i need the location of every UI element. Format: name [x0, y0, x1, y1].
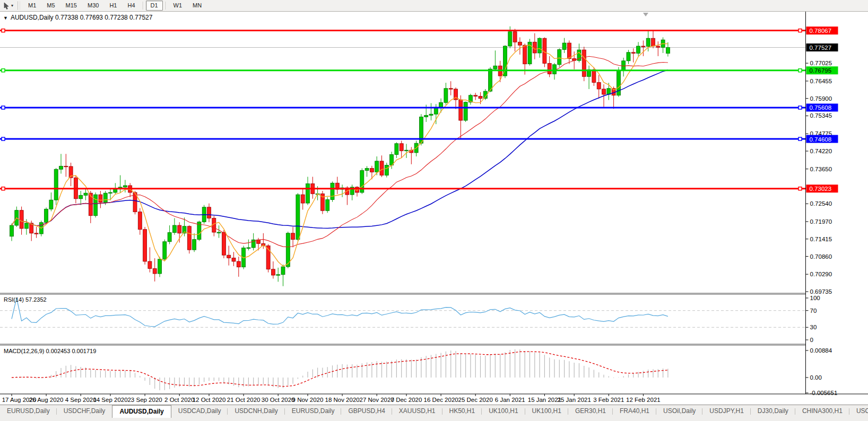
hline-handle[interactable]: [2, 137, 5, 141]
chart-tab-usdcnh-daily[interactable]: USDCNH,Daily: [228, 405, 284, 417]
candle-body: [405, 150, 409, 151]
candle-body: [281, 267, 285, 275]
candle-body: [222, 232, 225, 255]
timeframe-button-w1[interactable]: W1: [169, 1, 187, 11]
hline-handle[interactable]: [2, 187, 5, 190]
candle-body: [10, 225, 14, 236]
timeframe-button-m30[interactable]: M30: [83, 1, 103, 11]
svg-text:0.73650: 0.73650: [810, 166, 832, 172]
svg-text:-0.005651: -0.005651: [810, 390, 838, 396]
hline-handle[interactable]: [2, 106, 5, 109]
chart-tab-china300-h1[interactable]: CHINA300,H1: [795, 405, 849, 417]
toolbar-grip: [18, 2, 20, 10]
timeframe-button-h4[interactable]: H4: [123, 1, 140, 11]
hline-handle[interactable]: [798, 29, 802, 32]
svg-text:0.69735: 0.69735: [810, 288, 832, 295]
chart-tab-xauusd-h1[interactable]: XAUUSD,H1: [392, 405, 442, 417]
chart-tab-bar: EURUSD,DailyUSDCHF,DailyAUDUSD,DailyUSDC…: [0, 405, 868, 421]
chart-tab-eurusd-daily[interactable]: EURUSD,Daily: [0, 405, 57, 417]
symbol-collapse-icon[interactable]: ▼: [3, 15, 8, 21]
candle-body: [158, 259, 162, 274]
candle-body: [331, 183, 334, 199]
hline-handle[interactable]: [2, 69, 5, 72]
timeframe-button-m1[interactable]: M1: [23, 1, 41, 11]
candle-body: [365, 168, 369, 170]
timeframe-button-m15[interactable]: M15: [61, 1, 82, 11]
chart-tab-audusd-daily[interactable]: AUDUSD,Daily: [112, 405, 171, 418]
candle-body: [641, 46, 645, 47]
svg-text:14 Sep 2020: 14 Sep 2020: [93, 397, 127, 403]
candle-body: [479, 97, 482, 99]
timeframe-button-m5[interactable]: M5: [42, 1, 59, 11]
svg-text:23 Sep 2020: 23 Sep 2020: [127, 397, 162, 403]
hline-handle[interactable]: [798, 69, 802, 72]
trading-platform-window: 0.770250.764550.759000.753450.747750.742…: [0, 0, 868, 421]
macd-indicator-label: MACD(12,26,9) 0.002453 0.001719: [4, 348, 96, 354]
svg-text:0.70860: 0.70860: [810, 253, 832, 260]
rsi-indicator-label: RSI(14) 57.2352: [4, 296, 47, 303]
candle-body: [99, 195, 102, 203]
svg-text:0: 0: [810, 337, 813, 343]
candle-body: [193, 240, 196, 250]
hline-price-tag: 0.78067: [810, 28, 832, 34]
chart-tab-uk100-h1[interactable]: UK100,H1: [482, 405, 525, 417]
chart-info-line: ▼AUDUSD,Daily 0.77338 0.77693 0.77238 0.…: [3, 14, 152, 21]
candle-body: [518, 42, 522, 45]
candle-body: [103, 193, 107, 203]
hline-handle[interactable]: [2, 29, 5, 32]
candle-body: [538, 38, 542, 53]
chart-tab-usoil-h1[interactable]: USOil,H1: [849, 405, 868, 417]
candle-body: [143, 230, 147, 261]
cursor-icon[interactable]: [2, 2, 11, 10]
svg-text:0.71970: 0.71970: [810, 218, 832, 225]
timeframe-button-d1[interactable]: D1: [146, 1, 163, 11]
svg-text:0.76455: 0.76455: [810, 78, 832, 84]
dropdown-caret-icon[interactable]: ▾: [11, 3, 13, 8]
candle-body: [444, 89, 448, 103]
candle-body: [148, 261, 152, 269]
hline-handle[interactable]: [798, 106, 802, 109]
hline-price-tag: 0.74608: [810, 136, 832, 143]
chart-tab-gbpusd-h4[interactable]: GBPUSD,H4: [341, 405, 392, 417]
svg-text:0.75900: 0.75900: [810, 95, 832, 102]
chart-tab-hk50-h1[interactable]: HK50,H1: [442, 405, 482, 417]
svg-text:0.74220: 0.74220: [810, 148, 832, 154]
chart-tab-ger30-h1[interactable]: GER30,H1: [568, 405, 613, 417]
candle-body: [301, 195, 305, 203]
chart-tab-uk100-h1[interactable]: UK100,H1: [525, 405, 568, 417]
price-chart-canvas[interactable]: 0.770250.764550.759000.753450.747750.742…: [0, 0, 868, 421]
chart-tab-dj30-daily[interactable]: DJ30,Daily: [751, 405, 795, 417]
timeframe-button-mn[interactable]: MN: [188, 1, 206, 11]
svg-text:100: 100: [810, 295, 820, 301]
candle-body: [172, 225, 176, 233]
hline-price-tag: 0.76795: [810, 67, 832, 74]
candle-body: [474, 95, 478, 97]
candle-body: [656, 46, 660, 47]
candle-body: [64, 166, 68, 166]
candle-body: [439, 102, 443, 107]
chart-tab-usdjpy-h1[interactable]: USDJPY,H1: [702, 405, 750, 417]
candle-body: [227, 255, 231, 258]
svg-text:2 Oct 2020: 2 Oct 2020: [164, 397, 194, 403]
chart-tab-eurusd-daily[interactable]: EURUSD,Daily: [285, 405, 342, 417]
candle-body: [212, 218, 216, 232]
candle-body: [109, 192, 112, 193]
chart-tab-fra40-h1[interactable]: FRA40,H1: [613, 405, 656, 417]
hline-handle[interactable]: [798, 137, 802, 141]
svg-text:26 Aug 2020: 26 Aug 2020: [29, 397, 64, 403]
candle-body: [163, 242, 167, 259]
candle-body: [464, 102, 467, 120]
hline-handle[interactable]: [798, 187, 802, 190]
svg-text:12 Oct 2020: 12 Oct 2020: [193, 397, 226, 403]
candle-body: [558, 49, 561, 64]
chart-tab-usdcad-daily[interactable]: USDCAD,Daily: [171, 405, 228, 417]
candle-body: [508, 32, 512, 46]
candle-body: [592, 69, 596, 82]
chart-tab-usdchf-daily[interactable]: USDCHF,Daily: [57, 405, 112, 417]
chart-tab-usoil-daily[interactable]: USOil,Daily: [656, 405, 702, 417]
candle-body: [424, 116, 428, 117]
candle-body: [489, 69, 492, 91]
candle-body: [400, 144, 403, 151]
chart-ohlc-text: AUDUSD,Daily 0.77338 0.77693 0.77238 0.7…: [11, 14, 153, 21]
timeframe-button-h1[interactable]: H1: [105, 1, 121, 11]
